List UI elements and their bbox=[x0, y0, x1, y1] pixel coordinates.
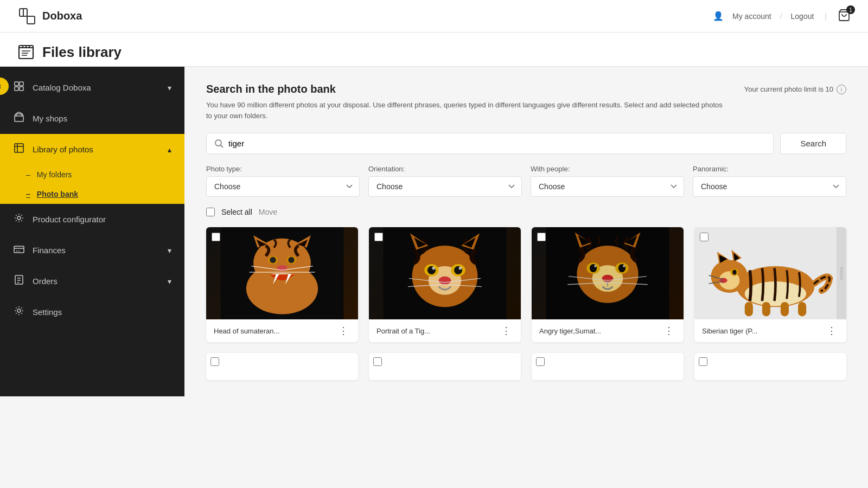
photo-checkbox-row2-2[interactable] bbox=[373, 357, 382, 366]
photo-checkbox-row2-1[interactable] bbox=[210, 357, 219, 366]
sidebar-item-product-configurator[interactable]: Product configurator bbox=[0, 204, 184, 235]
sidebar: ‹ Catalog Doboxa ▾ My shops bbox=[0, 67, 184, 396]
svg-rect-1 bbox=[27, 16, 35, 24]
search-input-wrap bbox=[206, 133, 774, 154]
photo-checkbox-row2-3[interactable] bbox=[536, 357, 545, 366]
svg-rect-12 bbox=[14, 246, 24, 253]
main-content: Search in the photo bank Your current ph… bbox=[184, 67, 868, 396]
topnav-right: 👤 My account / Logout | 1 bbox=[713, 9, 851, 23]
photo-card-footer-3: Angry tiger,Sumat... ⋮ bbox=[532, 319, 684, 342]
photo-limit-text: Your current photo limit is 10 bbox=[744, 85, 833, 93]
sidebar-sub-item-label: My folders bbox=[37, 170, 72, 179]
svg-rect-86 bbox=[781, 302, 789, 316]
tiger-image-3 bbox=[532, 227, 684, 319]
photo-type-label: Photo type: bbox=[206, 165, 360, 173]
configurator-icon bbox=[13, 213, 25, 226]
panoramic-select[interactable]: Choose bbox=[693, 176, 846, 197]
select-all-checkbox[interactable] bbox=[206, 208, 215, 216]
move-button[interactable]: Move bbox=[259, 208, 277, 216]
sidebar-item-library[interactable]: Library of photos ▴ bbox=[0, 134, 184, 165]
photo-name-1: Head of sumateran... bbox=[214, 327, 279, 335]
tiger-image-4 bbox=[694, 227, 846, 319]
sidebar-item-my-folders[interactable]: My folders bbox=[0, 165, 184, 184]
orientation-select[interactable]: Choose bbox=[368, 176, 522, 197]
panoramic-label: Panoramic: bbox=[693, 165, 846, 173]
sidebar-item-my-shops[interactable]: My shops bbox=[0, 103, 184, 134]
svg-point-22 bbox=[270, 257, 276, 263]
svg-point-62 bbox=[602, 275, 614, 282]
search-row: Search bbox=[206, 133, 846, 154]
photo-checkbox-4[interactable] bbox=[700, 233, 709, 241]
svg-point-78 bbox=[732, 269, 737, 274]
photo-bank-description: You have 90 million different photos at … bbox=[206, 100, 727, 121]
logo-text: Doboxa bbox=[42, 10, 82, 22]
svg-point-26 bbox=[277, 265, 288, 271]
vertical-divider: | bbox=[825, 12, 827, 21]
svg-rect-9 bbox=[15, 116, 23, 121]
my-account-link[interactable]: My account bbox=[732, 12, 771, 21]
svg-point-42 bbox=[432, 267, 435, 270]
photo-card-img-2 bbox=[369, 227, 521, 319]
photo-card-4: STOCK Siberian tiger (P... ⋮ bbox=[694, 227, 846, 342]
logo-icon bbox=[17, 7, 37, 26]
photo-name-3: Angry tiger,Sumat... bbox=[539, 327, 601, 335]
chevron-down-icon: ▾ bbox=[168, 277, 171, 286]
photo-type-select[interactable]: Choose bbox=[206, 176, 360, 197]
sidebar-item-settings[interactable]: Settings bbox=[0, 297, 184, 328]
svg-rect-6 bbox=[20, 82, 23, 86]
svg-point-44 bbox=[439, 277, 451, 285]
photo-checkbox-3[interactable] bbox=[537, 233, 546, 241]
photo-menu-button-1[interactable]: ⋮ bbox=[336, 325, 350, 337]
photo-limit-info: Your current photo limit is 10 i bbox=[744, 85, 846, 94]
photo-name-2: Portrait of a Tig... bbox=[376, 327, 430, 335]
chevron-down-icon: ▾ bbox=[168, 84, 171, 92]
sidebar-item-orders[interactable]: Orders ▾ bbox=[0, 266, 184, 297]
sidebar-item-label: Settings bbox=[33, 307, 62, 317]
settings-icon bbox=[13, 305, 25, 319]
logout-link[interactable]: Logout bbox=[791, 12, 814, 21]
logo[interactable]: Doboxa bbox=[17, 7, 82, 26]
sidebar-item-label: Finances bbox=[33, 246, 66, 255]
photo-menu-button-3[interactable]: ⋮ bbox=[662, 325, 676, 337]
photo-card-img-1 bbox=[206, 227, 358, 319]
photo-checkbox-2[interactable] bbox=[374, 233, 383, 241]
filter-with-people: With people: Choose bbox=[531, 165, 684, 197]
photo-checkbox-1[interactable] bbox=[212, 233, 220, 241]
photo-menu-button-4[interactable]: ⋮ bbox=[825, 325, 839, 337]
photo-card-footer-1: Head of sumateran... ⋮ bbox=[206, 319, 358, 342]
info-icon[interactable]: i bbox=[837, 85, 846, 94]
photo-checkbox-row2-4[interactable] bbox=[699, 357, 707, 366]
nav-divider: / bbox=[780, 12, 782, 21]
cart-button[interactable]: 1 bbox=[838, 9, 851, 23]
sidebar-item-label: Library of photos bbox=[33, 145, 93, 154]
library-icon bbox=[13, 143, 25, 156]
svg-rect-84 bbox=[745, 302, 753, 316]
select-all-row: Select all Move bbox=[206, 208, 846, 216]
catalog-icon bbox=[13, 81, 25, 94]
with-people-select[interactable]: Choose bbox=[531, 176, 684, 197]
cart-badge: 1 bbox=[846, 5, 855, 14]
photo-grid: Head of sumateran... ⋮ bbox=[206, 227, 846, 342]
filter-panoramic: Panoramic: Choose bbox=[693, 165, 846, 197]
search-button[interactable]: Search bbox=[780, 133, 846, 154]
svg-rect-85 bbox=[762, 302, 770, 316]
filter-orientation: Orientation: Choose bbox=[368, 165, 522, 197]
main-layout: ‹ Catalog Doboxa ▾ My shops bbox=[0, 67, 868, 396]
sidebar-item-finances[interactable]: Finances ▾ bbox=[0, 235, 184, 266]
svg-point-61 bbox=[623, 265, 626, 268]
svg-rect-5 bbox=[15, 82, 18, 86]
photo-bank-title: Search in the photo bank bbox=[206, 83, 336, 95]
photo-card-img-4: STOCK bbox=[694, 227, 846, 319]
sidebar-item-catalog[interactable]: Catalog Doboxa ▾ bbox=[0, 72, 184, 103]
photo-menu-button-2[interactable]: ⋮ bbox=[499, 325, 513, 337]
tiger-image-1 bbox=[206, 227, 358, 319]
finances-icon bbox=[13, 243, 25, 257]
search-input[interactable] bbox=[228, 133, 765, 153]
select-all-label: Select all bbox=[221, 208, 252, 216]
sidebar-item-photo-bank[interactable]: Photo bank bbox=[0, 184, 184, 204]
sidebar-item-label: Product configurator bbox=[33, 215, 106, 224]
with-people-label: With people: bbox=[531, 165, 684, 173]
photo-name-4: Siberian tiger (P... bbox=[702, 327, 757, 335]
sidebar-sub-item-label: Photo bank bbox=[37, 190, 78, 198]
svg-point-23 bbox=[288, 257, 294, 263]
